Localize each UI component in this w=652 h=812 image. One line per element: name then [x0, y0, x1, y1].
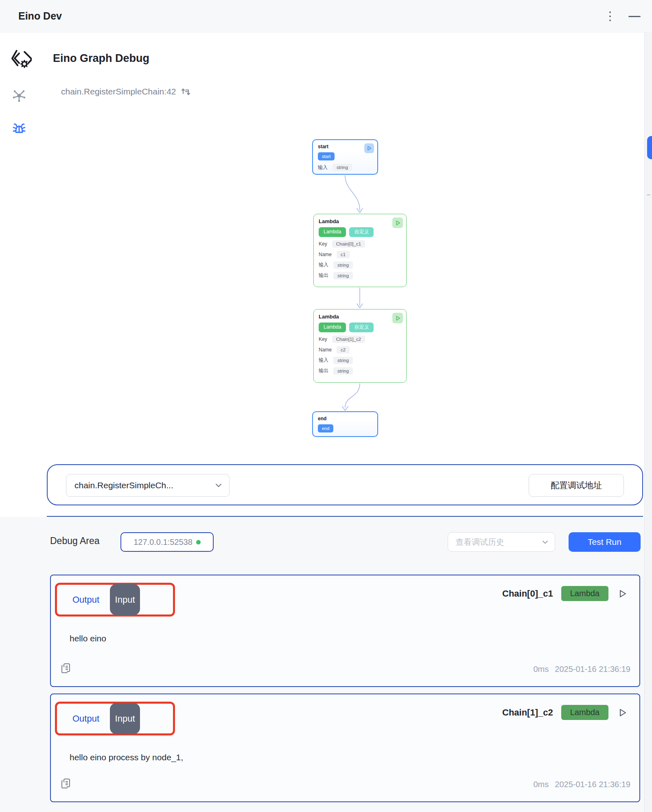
run-node-icon[interactable]	[617, 707, 628, 718]
node-type-badge: Lambda	[319, 323, 346, 332]
sort-icon[interactable]	[181, 87, 190, 97]
app-title: Eino Dev	[18, 10, 62, 22]
graph-identifier: chain.RegisterSimpleChain:42	[61, 87, 176, 97]
input-type-pill: string	[333, 357, 353, 364]
copy-icon[interactable]	[61, 663, 71, 676]
debug-bug-icon[interactable]	[11, 121, 27, 137]
graph-select-dropdown[interactable]: chain.RegisterSimpleCh...	[66, 474, 230, 497]
node-type-badge: Lambda	[319, 227, 346, 237]
input-tab[interactable]: Input	[110, 703, 140, 734]
debug-area-title: Debug Area	[50, 535, 99, 546]
more-menu-icon[interactable]	[603, 9, 617, 23]
node-key-label: Chain[1]_c2	[502, 707, 553, 718]
input-label: 输入	[318, 164, 328, 171]
right-collapsed-panel-rail	[644, 0, 652, 812]
copy-icon[interactable]	[61, 778, 71, 791]
output-tab[interactable]: Output	[72, 595, 99, 605]
graph-select-value: chain.RegisterSimpleCh...	[74, 481, 215, 490]
node-type-badge: Lambda	[561, 586, 608, 601]
graph-selector-panel: chain.RegisterSimpleCh... 配置调试地址	[47, 464, 643, 505]
test-run-label: Test Run	[588, 537, 621, 547]
minimize-icon[interactable]	[628, 16, 641, 17]
key-pill: Chain[0]_c1	[332, 240, 365, 248]
debug-history-dropdown[interactable]: 查看调试历史	[448, 532, 555, 552]
input-label: 输入	[319, 261, 328, 268]
output-tab[interactable]: Output	[72, 713, 99, 724]
result-card-c1: Output Input Chain[0]_c1 Lambda hello ei…	[50, 575, 640, 687]
input-type-pill: string	[333, 261, 353, 269]
name-pill: c1	[337, 251, 350, 258]
timestamp: 2025-01-16 21:36:19	[555, 780, 630, 789]
output-label: 输出	[319, 367, 328, 374]
debug-history-placeholder: 查看调试历史	[455, 537, 542, 548]
timestamp: 2025-01-16 21:36:19	[555, 665, 630, 674]
result-content: hello eino	[70, 634, 106, 643]
graph-node-lambda-c2[interactable]: Lambda Lambda 自定义 Key Chain[1]_c2 Name c…	[313, 309, 407, 383]
node-key-label: Chain[0]_c1	[502, 588, 553, 599]
node-run-icon[interactable]	[364, 143, 374, 153]
chevron-down-icon	[542, 540, 548, 544]
input-tab[interactable]: Input	[110, 584, 140, 615]
output-label: 输出	[319, 272, 328, 279]
key-label: Key	[319, 241, 327, 247]
input-type-pill: string	[333, 164, 352, 171]
node-title: Lambda	[319, 314, 401, 320]
node-custom-badge: 自定义	[349, 227, 374, 237]
name-pill: c2	[337, 346, 350, 353]
run-node-icon[interactable]	[617, 588, 628, 599]
red-annotation-box: Output Input	[55, 702, 175, 735]
eino-logo-icon	[10, 48, 32, 70]
graph-view-icon[interactable]	[11, 88, 27, 104]
connection-status-dot	[196, 540, 201, 544]
key-pill: Chain[1]_c2	[332, 336, 365, 343]
graph-node-end[interactable]: end end	[312, 411, 378, 437]
debug-address-badge: 127.0.0.1:52538	[120, 532, 214, 552]
node-custom-badge: 自定义	[349, 323, 374, 332]
node-title: Lambda	[319, 218, 401, 224]
configure-debug-address-button[interactable]: 配置调试地址	[529, 474, 624, 497]
rail-scroll-thumb[interactable]	[647, 194, 650, 195]
red-annotation-box: Output Input	[55, 583, 175, 617]
node-type-badge: start	[318, 152, 335, 160]
result-card-c2: Output Input Chain[1]_c2 Lambda hello ei…	[50, 693, 640, 802]
test-run-button[interactable]: Test Run	[569, 532, 641, 552]
node-run-icon[interactable]	[392, 313, 403, 323]
result-content: hello eino process by node_1,	[70, 753, 183, 762]
output-type-pill: string	[333, 367, 353, 375]
chevron-down-icon	[215, 483, 222, 487]
node-run-icon[interactable]	[392, 217, 403, 228]
duration: 0ms	[533, 665, 549, 674]
node-type-badge: Lambda	[561, 705, 608, 720]
graph-node-lambda-c1[interactable]: Lambda Lambda 自定义 Key Chain[0]_c1 Name c…	[313, 214, 407, 287]
panel-drag-handle[interactable]	[647, 136, 652, 159]
key-label: Key	[319, 336, 327, 342]
node-type-badge: end	[318, 424, 333, 432]
node-title: end	[318, 416, 372, 421]
graph-node-start[interactable]: start start 输入 string	[312, 139, 378, 175]
output-type-pill: string	[333, 272, 353, 279]
name-label: Name	[319, 347, 332, 353]
configure-debug-address-label: 配置调试地址	[551, 480, 602, 491]
duration: 0ms	[533, 780, 549, 789]
app-titlebar: Eino Dev	[0, 0, 652, 33]
debug-address: 127.0.0.1:52538	[133, 538, 193, 547]
page-title: Eino Graph Debug	[53, 52, 149, 65]
name-label: Name	[319, 252, 332, 257]
input-label: 输入	[319, 357, 328, 364]
